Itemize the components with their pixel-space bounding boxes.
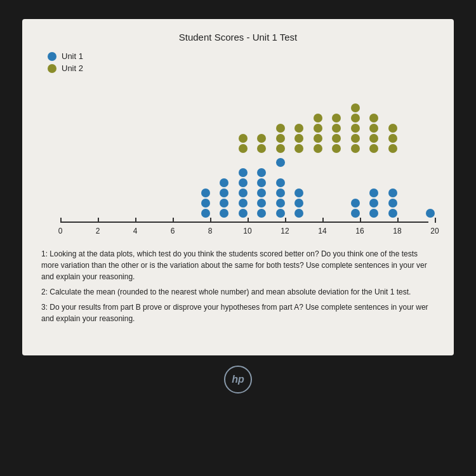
tick-18 — [397, 218, 399, 223]
olive-dot — [314, 144, 322, 153]
unit1-legend-dot — [48, 52, 56, 61]
olive-dot — [369, 124, 378, 133]
olive-dot — [351, 134, 360, 143]
tick-4 — [135, 218, 136, 223]
blue-dot — [351, 209, 360, 218]
blue-dot — [369, 199, 378, 208]
label-16: 16 — [355, 227, 364, 235]
blue-dot — [276, 188, 285, 197]
blue-dot — [201, 199, 210, 208]
unit1-legend-label: Unit 1 — [62, 51, 83, 61]
axis-line — [60, 221, 428, 223]
blue-dot — [239, 199, 248, 208]
olive-dot — [314, 114, 322, 122]
legend: Unit 1 Unit 2 — [48, 51, 435, 73]
label-0: 0 — [58, 227, 63, 235]
legend-unit1: Unit 1 — [48, 51, 435, 61]
label-8: 8 — [208, 227, 213, 235]
olive-dot — [332, 114, 341, 122]
olive-dot — [369, 114, 378, 122]
olive-dot — [276, 124, 285, 133]
tick-14 — [322, 218, 324, 223]
tick-20 — [435, 218, 436, 223]
tick-0 — [60, 218, 62, 223]
label-4: 4 — [133, 227, 138, 235]
olive-dot — [388, 124, 397, 133]
olive-dot — [351, 103, 360, 112]
blue-dot — [220, 199, 228, 208]
label-10: 10 — [243, 227, 251, 235]
olive-dot — [351, 124, 360, 133]
olive-dot — [294, 124, 303, 133]
label-12: 12 — [281, 227, 289, 235]
hp-logo: hp — [224, 366, 252, 393]
question-2-text: 2: Calculate the mean (rounded to the ne… — [41, 288, 411, 296]
question-1: 1: Looking at the data plots, which test… — [41, 248, 435, 282]
olive-dot — [257, 134, 266, 143]
olive-dot — [388, 134, 397, 143]
label-2: 2 — [96, 227, 100, 235]
unit2-legend-label: Unit 2 — [62, 63, 83, 73]
blue-dot — [257, 178, 266, 187]
blue-dot — [351, 199, 360, 208]
chart-title: Student Scores - Unit 1 Test — [41, 32, 435, 43]
olive-dot — [332, 124, 341, 133]
blue-dot — [201, 188, 210, 197]
olive-dot — [369, 134, 378, 143]
blue-dot — [239, 168, 248, 177]
blue-dot — [220, 188, 228, 197]
tick-8 — [210, 218, 211, 223]
blue-dot — [220, 178, 228, 187]
blue-dot — [239, 209, 248, 218]
blue-dot — [220, 209, 228, 218]
blue-dot — [369, 188, 378, 197]
question-1-text: 1: Looking at the data plots, which test… — [41, 249, 427, 281]
tick-10 — [248, 218, 249, 223]
olive-dot — [294, 134, 303, 143]
questions-section: 1: Looking at the data plots, which test… — [41, 248, 435, 324]
blue-dot — [276, 158, 285, 167]
blue-dot — [276, 199, 285, 208]
olive-dot — [257, 144, 266, 153]
olive-dot — [314, 124, 322, 133]
dot-plot: 0 2 4 6 8 10 12 14 16 18 20 — [41, 77, 435, 242]
question-3-text: 3: Do your results from part B prove or … — [41, 303, 428, 323]
olive-dot — [314, 134, 322, 143]
blue-dot — [294, 188, 303, 197]
blue-dot — [257, 199, 266, 208]
olive-dot — [276, 144, 285, 153]
label-14: 14 — [318, 227, 326, 235]
label-20: 20 — [430, 227, 439, 235]
blue-dot — [388, 199, 397, 208]
blue-dot — [257, 209, 266, 218]
blue-dot — [369, 209, 378, 218]
tick-16 — [360, 218, 361, 223]
olive-dot — [351, 144, 360, 153]
olive-dot — [332, 144, 341, 153]
olive-dot — [351, 114, 360, 122]
olive-dot — [276, 134, 285, 143]
olive-dot — [332, 134, 341, 143]
olive-dot — [239, 144, 248, 153]
blue-dot — [388, 188, 397, 197]
blue-dot — [426, 209, 435, 218]
blue-dot — [239, 178, 248, 187]
label-6: 6 — [171, 227, 175, 235]
olive-dot — [239, 134, 248, 143]
question-2: 2: Calculate the mean (rounded to the ne… — [41, 286, 435, 298]
blue-dot — [257, 188, 266, 197]
olive-dot — [388, 144, 397, 153]
question-3: 3: Do your results from part B prove or … — [41, 301, 435, 324]
blue-dot — [294, 209, 303, 218]
olive-dot — [369, 144, 378, 153]
blue-dot — [201, 209, 210, 218]
tick-2 — [98, 218, 99, 223]
label-18: 18 — [393, 227, 401, 235]
olive-dot — [294, 144, 303, 153]
blue-dot — [276, 178, 285, 187]
blue-dot — [388, 209, 397, 218]
blue-dot — [257, 168, 266, 177]
tick-6 — [173, 218, 174, 223]
tick-12 — [285, 218, 286, 223]
legend-unit2: Unit 2 — [48, 63, 435, 73]
